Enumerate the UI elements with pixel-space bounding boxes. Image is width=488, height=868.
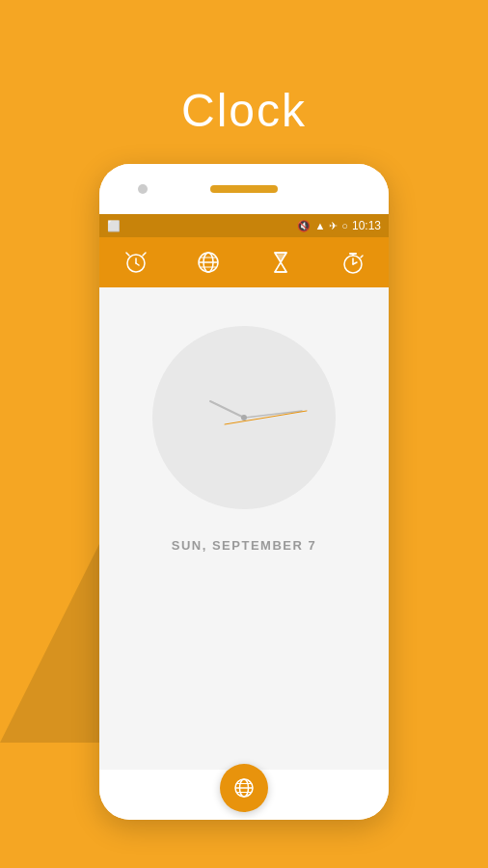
globe-fab-icon bbox=[232, 776, 256, 800]
tab-world-clock[interactable] bbox=[179, 237, 237, 287]
camera-dot bbox=[138, 184, 148, 194]
app-title: Clock bbox=[0, 84, 488, 137]
phone-content: SUN, SEPTEMBER 7 bbox=[99, 287, 389, 770]
status-time: 10:13 bbox=[352, 219, 381, 232]
tab-alarm[interactable] bbox=[107, 237, 165, 287]
signal-icon: ○ bbox=[341, 220, 348, 231]
wifi-icon: ▲ bbox=[314, 220, 325, 231]
tab-timer[interactable] bbox=[252, 237, 310, 287]
svg-line-18 bbox=[210, 401, 244, 418]
airplane-icon: ✈ bbox=[329, 220, 338, 232]
world-clock-icon bbox=[195, 249, 222, 276]
tab-bar bbox=[99, 237, 389, 287]
stopwatch-icon bbox=[339, 249, 366, 276]
alarm-icon bbox=[122, 249, 149, 276]
date-label: SUN, SEPTEMBER 7 bbox=[172, 538, 316, 553]
phone-bezel-bottom bbox=[99, 770, 389, 820]
svg-line-20 bbox=[225, 411, 307, 424]
timer-icon bbox=[267, 249, 294, 276]
svg-line-3 bbox=[126, 253, 129, 256]
add-world-clock-fab[interactable] bbox=[220, 764, 268, 812]
svg-line-2 bbox=[136, 263, 139, 265]
phone-frame: ⬜ 🔇 ▲ ✈ ○ 10:13 bbox=[99, 164, 389, 820]
svg-point-21 bbox=[241, 415, 247, 420]
status-bar: ⬜ 🔇 ▲ ✈ ○ 10:13 bbox=[99, 214, 389, 237]
analog-clock bbox=[152, 326, 336, 509]
volume-icon: 🔇 bbox=[297, 220, 311, 232]
status-bar-right: 🔇 ▲ ✈ ○ 10:13 bbox=[297, 219, 381, 232]
svg-line-4 bbox=[143, 253, 146, 256]
svg-line-17 bbox=[361, 256, 363, 258]
image-status-icon: ⬜ bbox=[107, 220, 121, 232]
status-bar-left: ⬜ bbox=[107, 220, 121, 232]
tab-stopwatch[interactable] bbox=[324, 237, 382, 287]
clock-svg bbox=[152, 326, 336, 509]
phone-speaker bbox=[210, 185, 278, 193]
phone-bezel-top bbox=[99, 164, 389, 214]
